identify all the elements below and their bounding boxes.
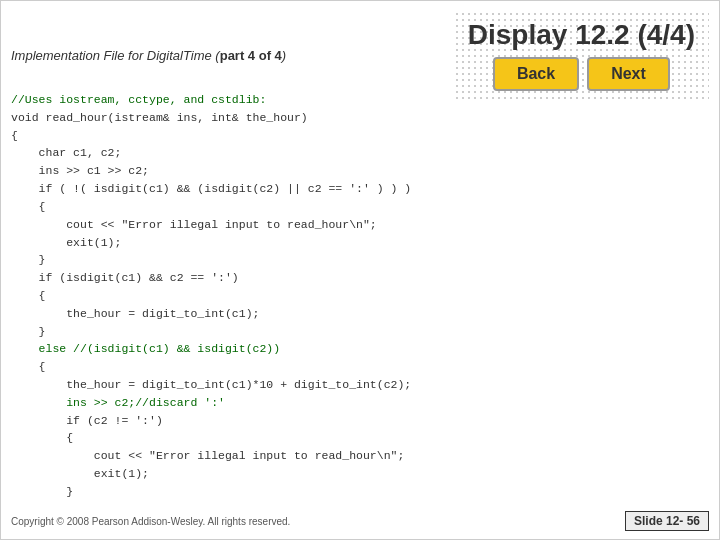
code-line: ins >> c2;//discard ':' <box>11 394 709 412</box>
code-line: { <box>11 429 709 447</box>
code-line: char c1, c2; <box>11 144 709 162</box>
slide-title: Implementation File for DigitalTime (par… <box>11 48 286 63</box>
header: Implementation File for DigitalTime (par… <box>11 11 709 99</box>
slide-title-part: part 4 of 4 <box>220 48 282 63</box>
code-line: } <box>11 323 709 341</box>
code-line: //Uses iostream, cctype, and cstdlib: <box>11 91 709 109</box>
code-area: //Uses iostream, cctype, and cstdlib:voi… <box>11 91 709 499</box>
code-line: exit(1); <box>11 234 709 252</box>
code-line: cout << "Error illegal input to read_hou… <box>11 447 709 465</box>
code-line: { <box>11 358 709 376</box>
header-right: Display 12.2 (4/4) Back Next <box>454 11 709 99</box>
code-line: ins >> c1 >> c2; <box>11 162 709 180</box>
code-line: } <box>11 251 709 269</box>
code-line: if ( !( isdigit(c1) && (isdigit(c2) || c… <box>11 180 709 198</box>
code-line: else //(isdigit(c1) && isdigit(c2)) <box>11 340 709 358</box>
display-title: Display 12.2 (4/4) <box>468 19 695 51</box>
code-line: { <box>11 287 709 305</box>
back-button[interactable]: Back <box>493 57 579 91</box>
code-line: { <box>11 198 709 216</box>
code-line: if (isdigit(c1) && c2 == ':') <box>11 269 709 287</box>
code-line: { <box>11 127 709 145</box>
code-line: if (c2 != ':') <box>11 412 709 430</box>
code-line: the_hour = digit_to_int(c1); <box>11 305 709 323</box>
next-button[interactable]: Next <box>587 57 670 91</box>
code-line: } <box>11 483 709 499</box>
slide-container: Implementation File for DigitalTime (par… <box>0 0 720 540</box>
code-line: cout << "Error illegal input to read_hou… <box>11 216 709 234</box>
code-line: exit(1); <box>11 465 709 483</box>
code-line: void read_hour(istream& ins, int& the_ho… <box>11 109 709 127</box>
slide-number: Slide 12- 56 <box>625 511 709 531</box>
copyright-text: Copyright © 2008 Pearson Addison-Wesley.… <box>11 516 290 527</box>
code-line: the_hour = digit_to_int(c1)*10 + digit_t… <box>11 376 709 394</box>
nav-buttons: Back Next <box>493 57 670 91</box>
footer: Copyright © 2008 Pearson Addison-Wesley.… <box>11 511 709 531</box>
